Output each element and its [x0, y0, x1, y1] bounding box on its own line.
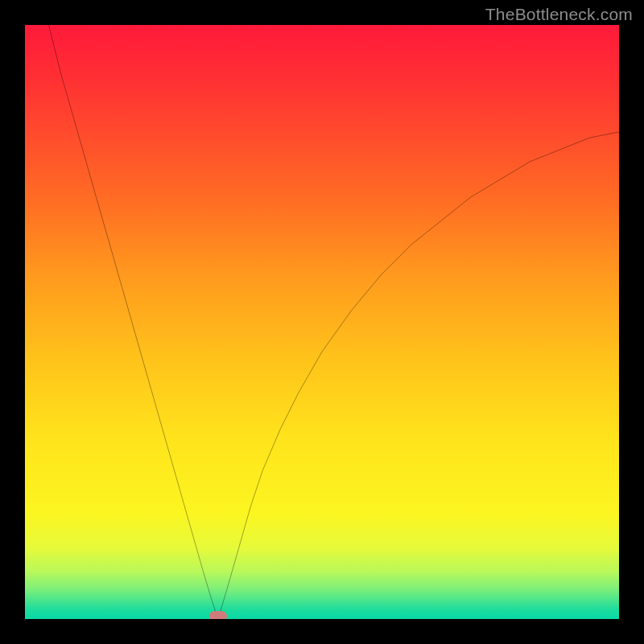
plot-region [25, 25, 619, 619]
chart-stage: TheBottleneck.com [0, 0, 644, 644]
bottleneck-curve [49, 25, 619, 619]
watermark-text: TheBottleneck.com [485, 5, 633, 24]
left-branch [49, 25, 218, 619]
curve-layer [25, 25, 619, 619]
right-branch [218, 132, 619, 619]
minimum-marker [209, 611, 227, 619]
